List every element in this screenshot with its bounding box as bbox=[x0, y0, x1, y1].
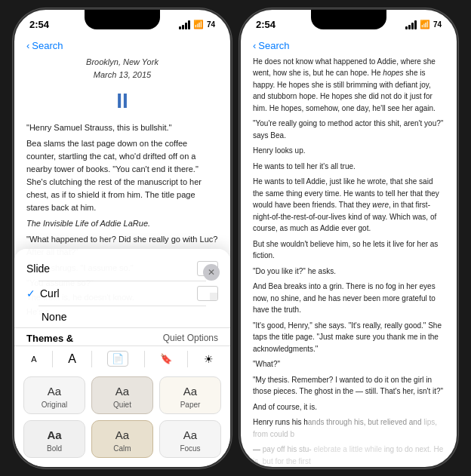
status-icons-left: 📶 74 bbox=[179, 20, 215, 29]
check-icon: ✓ bbox=[26, 287, 35, 299]
battery-right: 74 bbox=[433, 20, 442, 29]
close-button[interactable]: ✕ bbox=[203, 264, 220, 281]
none-label: None bbox=[26, 311, 218, 323]
curl-option[interactable]: ✓ Curl bbox=[26, 281, 218, 306]
wifi-icon: 📶 bbox=[193, 20, 204, 29]
theme-focus-aa: Aa bbox=[183, 428, 197, 441]
book-para-2: Bea slams the last page down on the coff… bbox=[26, 137, 218, 214]
bookmark-icon[interactable]: 🔖 bbox=[160, 353, 172, 364]
chevron-left-icon: ‹ bbox=[26, 40, 29, 51]
theme-focus-label: Focus bbox=[180, 444, 200, 453]
slide-label: Slide bbox=[26, 263, 197, 275]
slide-option[interactable]: Slide bbox=[26, 256, 218, 281]
theme-cards-grid: Aa Original Aa Quiet Aa Paper Aa Bold bbox=[14, 372, 230, 467]
theme-paper[interactable]: Aa Paper bbox=[159, 376, 221, 414]
theme-calm-label: Calm bbox=[113, 444, 131, 453]
book-text-right: He does not know what happened to Addie,… bbox=[241, 56, 457, 468]
page-turn-options: Slide ✓ Curl None bbox=[14, 256, 230, 327]
theme-calm[interactable]: Aa Calm bbox=[91, 420, 153, 458]
theme-paper-aa: Aa bbox=[183, 385, 197, 398]
status-bar-right: 2:54 📶 74 bbox=[241, 10, 457, 37]
font-controls: A A 📄 🔖 ☀ bbox=[14, 345, 230, 372]
theme-quiet-aa: Aa bbox=[115, 385, 129, 398]
theme-paper-label: Paper bbox=[180, 401, 201, 409]
book-chapter: II bbox=[26, 84, 218, 117]
back-button-right[interactable]: ‹ Search bbox=[253, 40, 290, 51]
theme-original[interactable]: Aa Original bbox=[23, 376, 85, 414]
theme-quiet-label: Quiet bbox=[113, 401, 131, 409]
curl-icon bbox=[197, 286, 218, 301]
theme-bold-aa: Aa bbox=[47, 428, 61, 441]
status-icons-right: 📶 74 bbox=[405, 20, 442, 29]
status-bar-left: 2:54 📶 74 bbox=[14, 10, 230, 37]
time-right: 2:54 bbox=[256, 19, 276, 30]
theme-bold[interactable]: Aa Bold bbox=[23, 420, 85, 458]
right-content-area: ‹ Search He does not know what happened … bbox=[241, 37, 457, 468]
signal-icon-right bbox=[405, 20, 417, 29]
theme-quiet[interactable]: Aa Quiet bbox=[91, 376, 153, 414]
reading-options-panel: ✕ Slide ✓ Curl bbox=[14, 249, 230, 467]
theme-calm-aa: Aa bbox=[115, 428, 129, 441]
theme-original-aa: Aa bbox=[48, 385, 61, 398]
left-phone: 2:54 📶 74 ‹ Search Brooklyn, bbox=[13, 8, 232, 468]
left-content-area: ‹ Search Brooklyn, New YorkMarch 13, 201… bbox=[14, 37, 230, 467]
book-italic: The Invisible Life of Addie LaRue. bbox=[26, 217, 218, 230]
small-a-button[interactable]: A bbox=[31, 355, 36, 364]
font-selector-button[interactable]: 📄 bbox=[107, 351, 128, 367]
book-para-1: "Henry Samuel Strauss, this is bullshit.… bbox=[26, 121, 218, 134]
large-a-button[interactable]: A bbox=[68, 352, 76, 366]
back-button-left[interactable]: ‹ Search bbox=[26, 40, 63, 51]
themes-label: Themes & bbox=[26, 333, 73, 344]
theme-bold-label: Bold bbox=[47, 444, 62, 453]
nav-bar-right: ‹ Search bbox=[241, 37, 457, 56]
signal-icon bbox=[179, 20, 190, 29]
wifi-icon-right: 📶 bbox=[420, 20, 430, 29]
brightness-icon[interactable]: ☀ bbox=[204, 353, 214, 365]
battery-left: 74 bbox=[207, 20, 215, 29]
curl-label: Curl bbox=[40, 287, 197, 299]
theme-focus[interactable]: Aa Focus bbox=[159, 420, 221, 458]
book-location: Brooklyn, New YorkMarch 13, 2015 bbox=[26, 56, 218, 81]
right-phone: 2:54 📶 74 ‹ Search He does n bbox=[239, 8, 458, 468]
theme-original-label: Original bbox=[42, 401, 67, 409]
none-option[interactable]: None bbox=[26, 306, 218, 327]
nav-bar-left: ‹ Search bbox=[14, 37, 230, 56]
quiet-options-label: Quiet Options bbox=[163, 333, 218, 344]
time-left: 2:54 bbox=[29, 19, 49, 30]
chevron-left-icon-right: ‹ bbox=[253, 40, 256, 51]
